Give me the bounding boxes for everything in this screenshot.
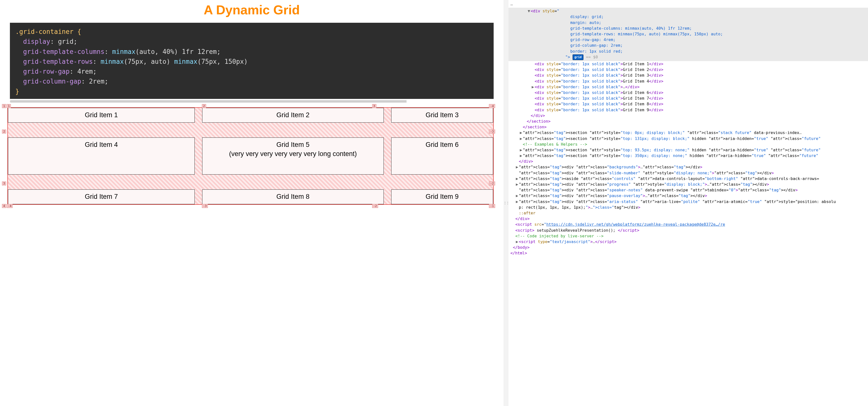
grid-line-badge: 3 (2, 181, 6, 185)
dom-node[interactable]: "attr">class="tag"><div "attr">class="sl… (508, 170, 868, 176)
grid-line-badge: -1 (489, 204, 495, 208)
grid-badge[interactable]: grid (572, 55, 584, 60)
code-block: .grid-container { display: grid; grid-te… (10, 23, 494, 99)
dom-node[interactable]: <div style="border: 1px solid black">Gri… (508, 107, 868, 113)
dom-node[interactable]: <div style="border: 1px solid black">Gri… (508, 61, 868, 67)
pane-divider[interactable]: ⋮⋮ (503, 0, 508, 406)
dom-node[interactable]: ▶"attr">class="tag"><section "attr">styl… (508, 153, 868, 159)
code-fn: minmax (174, 58, 197, 65)
grid-preview: Grid Item 1 Grid Item 2 Grid Item 3 Grid… (7, 107, 494, 205)
dom-node[interactable]: "attr">class="tag"><div "attr">class="sp… (508, 187, 868, 193)
dom-node[interactable]: ▶"attr">class="tag"><div "attr">class="p… (508, 193, 868, 199)
twisty-closed-icon[interactable]: ▶ (516, 181, 519, 187)
dom-node[interactable]: ::after (508, 210, 868, 216)
grid-line-badge: 4 (2, 204, 6, 208)
style-line: grid-template-rows: minmax(75px, auto) m… (570, 32, 723, 36)
style-line: margin: auto; (570, 20, 601, 25)
dom-node-selected[interactable]: ▼<div style=" display: grid; margin: aut… (508, 8, 868, 61)
dom-node[interactable]: <!-- Code injected by live-server --> (508, 233, 868, 239)
dom-node[interactable]: </body> (508, 244, 868, 250)
dom-node[interactable]: <div style="border: 1px solid black">Gri… (508, 72, 868, 78)
code-scrollbar[interactable] (10, 100, 494, 103)
style-line: border: 1px solid red; (570, 49, 623, 54)
code-prop: grid-template-rows (23, 58, 93, 65)
dom-node[interactable]: ▶"attr">class="tag"><div "attr">class="p… (508, 181, 868, 187)
style-line: grid-template-columns: minmax(auto, 40%)… (570, 26, 692, 31)
twisty-open-icon[interactable]: ▼ (527, 8, 531, 14)
grid-item[interactable]: Grid Item 3 (391, 108, 493, 123)
grid-item[interactable]: Grid Item 1 (8, 108, 195, 123)
grid-line-badge: -4 (7, 204, 12, 208)
dom-node[interactable]: ▶"attr">class="tag"><section "attr">styl… (508, 147, 868, 153)
grid-item[interactable]: Grid Item 4 (8, 137, 195, 175)
code-prop: grid-template-columns (23, 48, 104, 56)
dom-node[interactable]: </div> (508, 216, 868, 222)
dom-node[interactable]: ▶"attr">class="tag"><section "attr">styl… (508, 130, 868, 135)
grid-line-badge: 1 (7, 104, 11, 108)
dom-node[interactable]: ▶<div style="border: 1px solid black">…<… (508, 84, 868, 90)
twisty-closed-icon[interactable]: ▶ (516, 176, 519, 181)
grid-line-badge: -4 (489, 104, 495, 108)
dom-node[interactable]: <div style="border: 1px solid black">Gri… (508, 101, 868, 107)
twisty-closed-icon[interactable]: ▶ (519, 136, 523, 141)
slide-pane: A Dynamic Grid .grid-container { display… (0, 0, 503, 406)
twisty-closed-icon[interactable]: ▶ (516, 193, 519, 199)
code-val: (auto, 40%) (135, 48, 178, 56)
grid-line-badge: -3 (202, 204, 208, 208)
dom-node[interactable]: ▶"attr">class="tag"><div "attr">class="b… (508, 164, 868, 170)
dom-node[interactable]: </div> (508, 113, 868, 119)
dom-node[interactable]: </div> (508, 159, 868, 164)
dom-node[interactable]: ▶<script type="text/javascript">…</scrip… (508, 239, 868, 244)
grid-item[interactable]: Grid Item 9 (391, 190, 493, 204)
code-val: (75px, auto) (124, 58, 170, 65)
twisty-closed-icon[interactable]: ▶ (519, 147, 523, 153)
style-close: "> (565, 55, 570, 59)
code-fn: minmax (112, 48, 135, 56)
code-selector: .grid-container { (16, 28, 81, 35)
grid-item[interactable]: Grid Item 8 (202, 190, 384, 204)
code-fn: minmax (100, 58, 124, 65)
page-title: A Dynamic Grid (0, 2, 503, 17)
grid-line-badge: 2 (2, 130, 6, 134)
code-val: 4rem (77, 68, 93, 75)
script-src-link[interactable]: https://cdn.jsdelivr.net/gh/webplatformz… (546, 222, 725, 227)
grid-item[interactable]: Grid Item 2 (202, 108, 384, 123)
dom-node[interactable]: ▶"attr">class="tag"><aside "attr">class=… (508, 176, 868, 181)
grid-line-badge: 3 (372, 104, 376, 108)
code-val: 1fr 12rem (178, 48, 217, 56)
grid-item[interactable]: Grid Item 6 (391, 137, 493, 175)
grid-container[interactable]: Grid Item 1 Grid Item 2 Grid Item 3 Grid… (7, 107, 494, 205)
eq0-indicator: == $0 (584, 55, 598, 59)
dom-node[interactable]: <script src="https://cdn.jsdelivr.net/gh… (508, 222, 868, 227)
twisty-closed-icon[interactable]: ▶ (516, 239, 519, 244)
grid-item[interactable]: Grid Item 5 (very very very very very ve… (202, 137, 384, 175)
code-val: 2rem (89, 78, 104, 85)
twisty-closed-icon[interactable]: ▶ (516, 199, 519, 204)
drag-handle-icon: ⋮⋮ (503, 201, 509, 205)
grid-line-badge: -3 (489, 130, 495, 134)
dom-node[interactable]: <div style="border: 1px solid black">Gri… (508, 67, 868, 72)
dom-node[interactable]: ▶"attr">class="tag"><div "attr">class="a… (508, 199, 868, 204)
dom-node[interactable]: </section> (508, 119, 868, 124)
dom-node[interactable]: <div style="border: 1px solid black">Gri… (508, 90, 868, 96)
twisty-closed-icon[interactable]: ▶ (519, 153, 523, 159)
dom-node[interactable]: </section> (508, 124, 868, 130)
twisty-closed-icon[interactable]: ▶ (519, 130, 523, 135)
code-val: (75px, 150px) (197, 58, 248, 65)
code-close: } (16, 88, 19, 95)
dom-node[interactable]: ▶"attr">class="tag"><section "attr">styl… (508, 136, 868, 141)
elements-panel[interactable]: ⋯ ▼<div style=" display: grid; margin: a… (508, 0, 868, 406)
code-prop: display (23, 38, 50, 45)
twisty-closed-icon[interactable]: ▶ (531, 84, 535, 90)
grid-item[interactable]: Grid Item 7 (8, 190, 195, 204)
dom-node[interactable]: <div style="border: 1px solid black">Gri… (508, 78, 868, 84)
dom-node[interactable]: </html> (508, 250, 868, 256)
ellipsis-icon[interactable]: ⋯ (508, 2, 514, 7)
twisty-closed-icon[interactable]: ▶ (516, 164, 519, 170)
code-prop: grid-column-gap (23, 78, 81, 85)
dom-node[interactable]: p: rect(1px, 1px, 1px, 1px);">…">class="… (508, 204, 868, 210)
code-prop: grid-row-gap (23, 68, 69, 75)
dom-node[interactable]: <script> setupZuehlkeRevealPresentation(… (508, 228, 868, 233)
dom-node[interactable]: <div style="border: 1px solid black">Gri… (508, 96, 868, 101)
dom-node[interactable]: <!-- Examples & Helpers --> (508, 141, 868, 147)
